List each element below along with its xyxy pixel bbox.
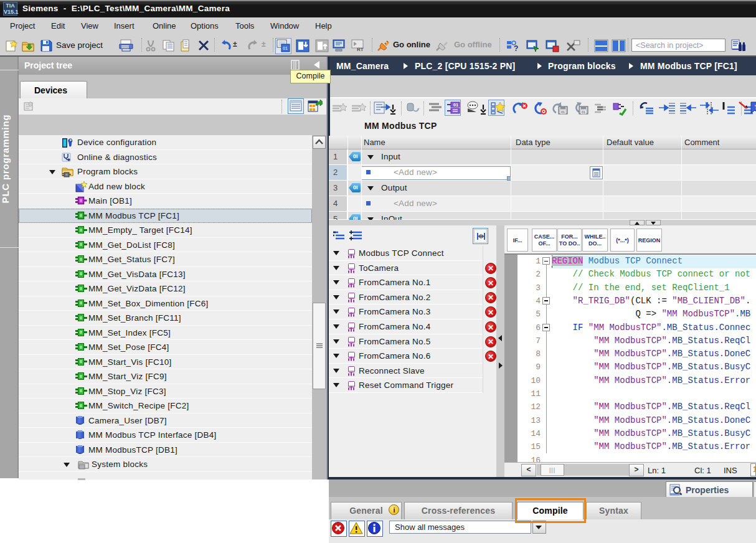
svg-text:?: ? xyxy=(514,44,518,53)
svg-text:01: 01 xyxy=(561,110,565,114)
svg-text:01: 01 xyxy=(283,46,288,50)
svg-text:RT: RT xyxy=(357,47,364,52)
svg-text:01: 01 xyxy=(453,103,458,107)
svg-text:01: 01 xyxy=(582,110,585,114)
